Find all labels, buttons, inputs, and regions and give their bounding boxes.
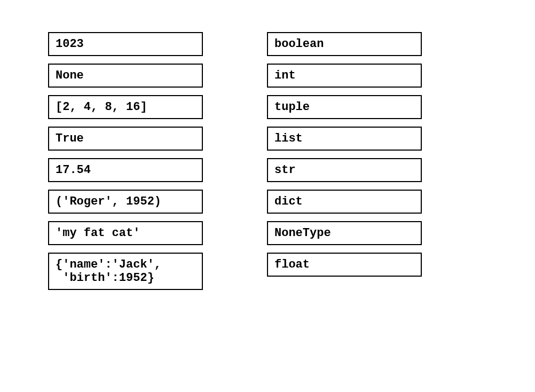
type-box: int	[267, 64, 422, 88]
type-box: str	[267, 158, 422, 182]
matching-diagram: 1023 None [2, 4, 8, 16] True 17.54 ('Rog…	[0, 0, 535, 322]
type-box: tuple	[267, 95, 422, 119]
value-box: 1023	[48, 32, 203, 56]
type-box: list	[267, 127, 422, 151]
type-box: boolean	[267, 32, 422, 56]
value-box: 'my fat cat'	[48, 221, 203, 245]
types-column: boolean int tuple list str dict NoneType…	[267, 32, 422, 290]
value-box: {'name':'Jack', 'birth':1952}	[48, 253, 203, 290]
type-box: dict	[267, 190, 422, 214]
value-box: [2, 4, 8, 16]	[48, 95, 203, 119]
type-box: NoneType	[267, 221, 422, 245]
value-box: 17.54	[48, 158, 203, 182]
values-column: 1023 None [2, 4, 8, 16] True 17.54 ('Rog…	[48, 32, 203, 290]
value-box: ('Roger', 1952)	[48, 190, 203, 214]
value-box: True	[48, 127, 203, 151]
value-box: None	[48, 64, 203, 88]
type-box: float	[267, 253, 422, 277]
